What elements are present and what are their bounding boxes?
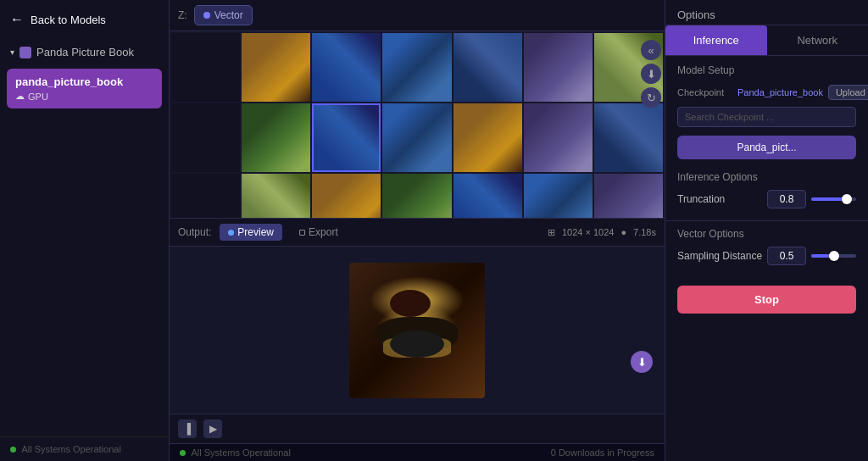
sampling-thumb[interactable] (829, 251, 839, 261)
grid-cell-9[interactable] (382, 103, 451, 172)
back-arrow-icon: ← (10, 12, 24, 27)
grid-cell-14[interactable] (312, 174, 381, 218)
export-square-icon (299, 230, 305, 236)
output-bar: Output: Preview Export ⊞ 1024 × 1024 ● 7… (170, 218, 665, 247)
grid-cell-empty-1[interactable] (171, 33, 240, 102)
panel-header: Options (665, 0, 868, 25)
sidebar: ← Back to Models ▾ Panda Picture Book pa… (0, 0, 170, 461)
grid-cell-18[interactable] (594, 174, 663, 218)
project-name-label: Panda Picture Book (36, 46, 134, 58)
grid-cell-8-selected[interactable] (312, 103, 381, 172)
checkpoint-label: Checkpoint (677, 87, 732, 97)
truncation-value[interactable]: 0.8 (767, 190, 806, 208)
next-frame-button[interactable]: ▶ (203, 419, 222, 438)
preview-tab[interactable]: Preview (220, 224, 282, 241)
search-checkpoint-input[interactable] (677, 107, 856, 127)
main-content: Z: Vector (170, 0, 665, 461)
output-label: Output: (178, 226, 211, 238)
truncation-row: Truncation 0.8 (677, 190, 856, 208)
preview-tab-label: Preview (237, 226, 274, 238)
toolbar: Z: Vector (170, 0, 665, 31)
model-item[interactable]: panda_picture_book ☁ GPU (7, 69, 162, 108)
panda-checkpoint-button[interactable]: Panda_pict... (677, 136, 856, 159)
model-tag-row: ☁ GPU (15, 91, 153, 102)
grid-cell-15[interactable] (382, 174, 451, 218)
model-name-label: panda_picture_book (15, 75, 153, 88)
export-tab[interactable]: Export (291, 224, 347, 241)
grid-cell-10[interactable] (453, 103, 522, 172)
upload-button[interactable]: Upload (828, 85, 868, 100)
cloud-icon: ☁ (15, 91, 25, 102)
grid-cell-13[interactable] (242, 174, 310, 218)
truncation-slider[interactable] (811, 197, 856, 202)
stop-button[interactable]: Stop (677, 286, 856, 314)
bottom-controls: ▐ ▶ (170, 414, 665, 443)
grid-wrapper: « ⬇ ↻ (170, 31, 665, 218)
status-bar-label: All Systems Operational (191, 447, 290, 458)
checkpoint-row: Checkpoint Panda_picture_book Upload (665, 81, 868, 103)
grid-cell-16[interactable] (453, 174, 522, 218)
resolution-icon: ⊞ (548, 227, 555, 238)
truncation-label: Truncation (677, 193, 762, 205)
grid-cell-3[interactable] (382, 33, 451, 102)
sampling-label: Sampling Distance (677, 250, 762, 262)
grid-cell-12[interactable] (594, 103, 663, 172)
preview-area: ⬇ (170, 247, 665, 414)
grid-cell-2[interactable] (312, 33, 381, 102)
model-setup-title: Model Setup (665, 56, 868, 81)
sidebar-bottom: All Systems Operational (0, 436, 169, 461)
grid-cell-17[interactable] (524, 174, 593, 218)
project-item[interactable]: ▾ Panda Picture Book (0, 39, 169, 65)
grid-download-button[interactable]: ⬇ (641, 64, 661, 84)
grid-cell-7[interactable] (242, 103, 310, 172)
status-dot-icon (10, 447, 16, 453)
tab-inference[interactable]: Inference (665, 25, 767, 55)
time-icon: ● (620, 227, 626, 237)
time-label: 7.18s (633, 227, 656, 237)
grid-side-controls: « ⬇ ↻ (641, 40, 661, 108)
grid-cell-5[interactable] (524, 33, 593, 102)
grid-cell-empty-2[interactable] (171, 103, 240, 172)
vector-dot-icon (203, 12, 210, 19)
prev-frame-button[interactable]: ▐ (178, 419, 197, 438)
vector-btn-label: Vector (214, 9, 243, 21)
vector-button[interactable]: Vector (194, 5, 253, 25)
right-panel: Options Inference Network Model Setup Ch… (665, 0, 868, 461)
status-bar: All Systems Operational 0 Downloads in P… (170, 443, 665, 461)
next-icon: ▶ (209, 423, 217, 435)
output-info: ⊞ 1024 × 1024 ● 7.18s (548, 227, 656, 238)
grid-refresh-button[interactable]: ↻ (641, 87, 661, 108)
vector-section: Vector Options Sampling Distance 0.5 (665, 220, 868, 277)
model-tag-label: GPU (28, 92, 48, 102)
checkpoint-value: Panda_picture_book (737, 87, 823, 97)
preview-dot-icon (228, 230, 234, 236)
project-icon (19, 47, 31, 58)
grid-cell-empty-3[interactable] (171, 174, 240, 218)
inference-options-title: Inference Options (677, 171, 856, 183)
vector-options-title: Vector Options (677, 228, 856, 240)
truncation-thumb[interactable] (842, 194, 852, 204)
status-bar-left: All Systems Operational (180, 447, 291, 458)
image-grid (170, 31, 665, 218)
grid-cell-11[interactable] (524, 103, 593, 172)
chevron-down-icon: ▾ (10, 47, 14, 57)
z-label: Z: (178, 9, 187, 21)
sampling-row: Sampling Distance 0.5 (677, 247, 856, 265)
status-bar-dot-icon (180, 450, 186, 456)
resolution-label: 1024 × 1024 (562, 227, 614, 237)
prev-icon: ▐ (184, 423, 192, 435)
panel-tabs: Inference Network (665, 25, 868, 56)
back-to-models-button[interactable]: ← Back to Models (0, 0, 169, 39)
grid-prev-button[interactable]: « (641, 40, 661, 60)
download-preview-button[interactable]: ⬇ (631, 351, 653, 373)
inference-section: Inference Options Truncation 0.8 (665, 164, 868, 220)
back-to-models-label: Back to Models (31, 14, 106, 26)
status-label: All Systems Operational (21, 444, 120, 454)
sampling-value[interactable]: 0.5 (767, 247, 806, 265)
preview-image (349, 263, 485, 398)
grid-cell-1[interactable] (242, 33, 310, 102)
tab-network[interactable]: Network (767, 25, 869, 55)
export-tab-label: Export (309, 226, 338, 238)
sampling-slider[interactable] (811, 253, 856, 258)
grid-cell-4[interactable] (453, 33, 522, 102)
